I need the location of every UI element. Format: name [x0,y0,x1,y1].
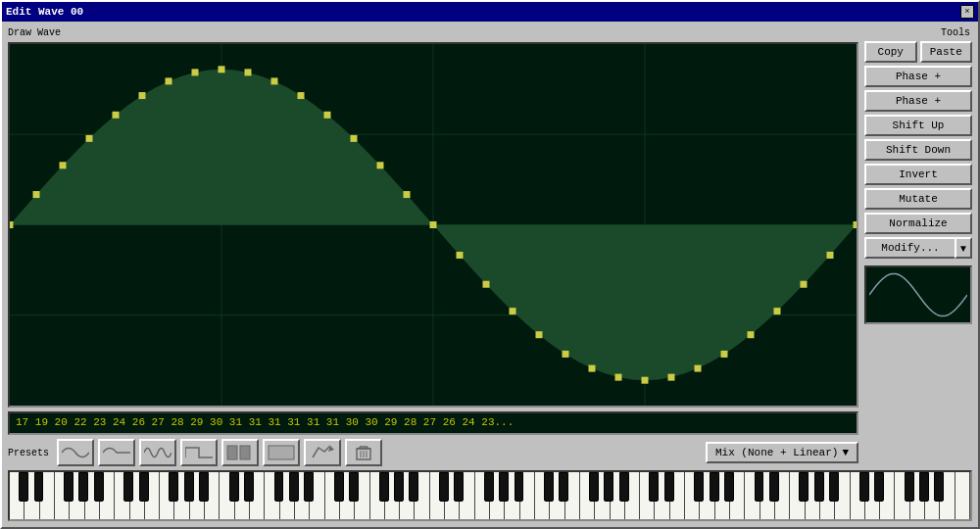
piano-keyboard[interactable] [8,470,972,521]
white-key[interactable] [85,472,100,519]
copy-paste-row: Copy Paste [864,41,972,63]
preset-half-sine-button[interactable] [98,439,135,466]
shift-down-button[interactable]: Shift Down [864,139,972,161]
white-key[interactable] [745,472,760,519]
white-key[interactable] [280,472,295,519]
white-key[interactable] [670,472,685,519]
white-key[interactable] [730,472,745,519]
white-key[interactable] [895,472,909,519]
main-area: Draw Wave 17 19 20 22 23 24 26 27 28 29 … [8,27,972,466]
white-key[interactable] [174,472,189,519]
white-key[interactable] [625,472,640,519]
presets-area: Presets [8,439,858,466]
white-key[interactable] [55,472,70,519]
modify-button[interactable]: Modify... [864,237,955,259]
white-key[interactable] [205,472,220,519]
white-key[interactable] [445,472,460,519]
shift-up-button[interactable]: Shift Up [864,115,972,136]
white-key[interactable] [925,472,940,519]
white-key[interactable] [790,472,805,519]
white-key[interactable] [115,472,129,519]
white-key[interactable] [24,472,39,519]
white-key[interactable] [430,472,445,519]
mini-wave-canvas [869,268,967,321]
white-key[interactable] [250,472,265,519]
white-key[interactable] [820,472,835,519]
modify-dropdown-arrow[interactable]: ▼ [955,237,972,259]
white-key[interactable] [355,472,369,519]
copy-button[interactable]: Copy [864,41,917,63]
white-key[interactable] [580,472,595,519]
preset-flat-button[interactable] [263,439,300,466]
white-key[interactable] [475,472,490,519]
white-key[interactable] [940,472,955,519]
mutate-button[interactable]: Mutate [864,188,972,210]
white-key[interactable] [550,472,564,519]
white-key[interactable] [100,472,115,519]
paste-button[interactable]: Paste [920,41,973,63]
white-key[interactable] [295,472,310,519]
white-key[interactable] [700,472,714,519]
right-panel: Tools Copy Paste Phase + Phase + Shift U… [864,27,972,466]
white-key[interactable] [835,472,850,519]
white-key[interactable] [520,472,535,519]
white-key[interactable] [880,472,895,519]
white-key[interactable] [535,472,550,519]
invert-button[interactable]: Invert [864,164,972,185]
white-key[interactable] [565,472,580,519]
normalize-button[interactable]: Normalize [864,213,972,234]
svg-rect-2 [269,446,294,459]
white-key[interactable] [851,472,865,519]
white-key[interactable] [160,472,174,519]
phase-plus-1-button[interactable]: Phase + [864,66,972,87]
white-key[interactable] [806,472,820,519]
white-key[interactable] [685,472,700,519]
white-key[interactable] [340,472,355,519]
phase-plus-2-button[interactable]: Phase + [864,90,972,112]
white-key[interactable] [460,472,474,519]
preset-sine-even-button[interactable] [221,439,259,466]
white-key[interactable] [505,472,519,519]
preset-pencil-button[interactable] [304,439,341,466]
white-key[interactable] [385,472,400,519]
white-key[interactable] [10,472,24,519]
white-key[interactable] [235,472,250,519]
white-key[interactable] [145,472,160,519]
presets-label: Presets [8,448,49,458]
white-key[interactable] [775,472,790,519]
white-key[interactable] [265,472,279,519]
preset-trash-button[interactable] [345,439,382,466]
white-key[interactable] [910,472,925,519]
white-key[interactable] [760,472,775,519]
preset-sine-button[interactable] [57,439,94,466]
white-key[interactable] [220,472,234,519]
white-key[interactable] [325,472,340,519]
white-key[interactable] [865,472,880,519]
white-key[interactable] [715,472,730,519]
mix-label: Mix (None + Linear) [715,447,838,458]
white-key[interactable] [611,472,625,519]
white-key[interactable] [310,472,324,519]
white-key[interactable] [370,472,385,519]
wave-canvas[interactable] [8,42,858,408]
white-key[interactable] [130,472,145,519]
left-panel: Draw Wave 17 19 20 22 23 24 26 27 28 29 … [8,27,858,466]
draw-wave-label: Draw Wave [8,27,858,38]
white-key[interactable] [655,472,669,519]
white-key[interactable] [490,472,505,519]
preset-pulse-button[interactable] [180,439,218,466]
white-key[interactable] [956,472,970,519]
white-key[interactable] [640,472,655,519]
mini-waveform-preview [864,265,972,324]
close-button[interactable]: × [960,5,974,19]
white-key[interactable] [400,472,415,519]
white-key[interactable] [190,472,205,519]
modify-button-row: Modify... ▼ [864,237,972,259]
preset-abs-sine-button[interactable] [139,439,176,466]
white-key[interactable] [595,472,610,519]
white-key[interactable] [40,472,55,519]
mix-button[interactable]: Mix (None + Linear) ▼ [706,442,858,463]
white-key[interactable] [70,472,84,519]
white-key[interactable] [415,472,429,519]
svg-rect-0 [227,446,237,459]
